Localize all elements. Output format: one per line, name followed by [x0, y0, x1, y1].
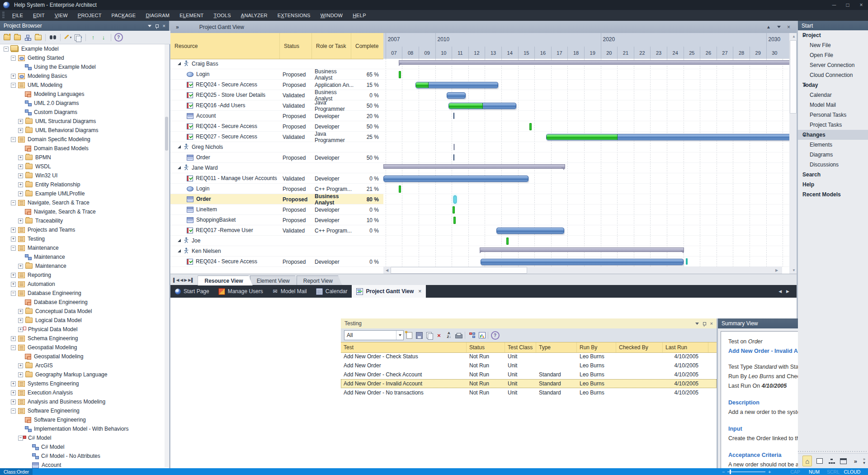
edit-menu-icon[interactable]: ▾	[63, 33, 72, 42]
collapsed-arrow-icon[interactable]: ▷	[802, 183, 807, 187]
task-bar[interactable]	[481, 259, 684, 265]
start-item-cloud-connection[interactable]: Cloud Connection	[798, 70, 868, 80]
collapsed-arrow-icon[interactable]: ▷	[802, 193, 807, 197]
start-item-discussions[interactable]: Discussions	[798, 160, 868, 170]
menu-help[interactable]: HELP	[348, 10, 371, 21]
tree-item[interactable]: +Modeling Basics	[0, 71, 169, 81]
test-row[interactable]: Add New Order - Invalid AccountNot RunUn…	[341, 379, 717, 388]
expand-icon[interactable]: +	[18, 155, 23, 160]
tree-item[interactable]: +Traceability	[0, 216, 169, 225]
home-button[interactable]: ⌂	[802, 456, 812, 466]
expand-icon[interactable]: +	[11, 390, 16, 395]
tree-item[interactable]: UML 2.0 Diagrams	[0, 99, 169, 108]
start-item-diagrams[interactable]: Diagrams	[798, 150, 868, 160]
test-column-last-run[interactable]: Last Run	[663, 342, 708, 352]
start-item-elements[interactable]: Elements	[798, 140, 868, 150]
collapse-icon[interactable]: −	[11, 56, 16, 61]
tree-item[interactable]: +Analysis and Business Modeling	[0, 397, 169, 406]
sort-icon[interactable]: AZ↓	[444, 331, 453, 340]
tree-item[interactable]: Modeling Languages	[0, 90, 169, 99]
milestone-mark-green[interactable]	[399, 185, 401, 193]
collapse-icon[interactable]: −	[18, 436, 23, 441]
column-header-status[interactable]: Status	[279, 33, 311, 59]
gantt-row[interactable]: REQ024 - Secure AccessProposedDeveloper0…	[170, 256, 383, 267]
tree-item[interactable]: Maintenance	[0, 252, 169, 261]
minimize-button[interactable]: ─	[827, 0, 841, 10]
panel-menu-icon[interactable]	[148, 25, 151, 27]
gantt-row[interactable]: REQ027 - Secure AccessValidatedJava Prog…	[170, 132, 383, 142]
tree-item[interactable]: +Win32 UI	[0, 171, 169, 180]
milestone-mark-navy[interactable]	[453, 154, 454, 161]
tree-item[interactable]: +UML Structural Diagrams	[0, 117, 169, 126]
expanded-arrow-icon[interactable]	[802, 34, 807, 37]
doc-tab-calendar[interactable]: Calendar	[311, 285, 352, 298]
collapse-icon[interactable]: −	[11, 83, 16, 88]
report-icon[interactable]	[477, 331, 486, 340]
find-in-browser-icon[interactable]	[48, 33, 57, 42]
windows-button[interactable]	[815, 456, 824, 466]
expand-icon[interactable]: +	[18, 264, 23, 269]
expand-icon[interactable]: +	[18, 318, 23, 323]
tree-item[interactable]: Custom Diagrams	[0, 108, 169, 117]
tree-item[interactable]: +Execution Analysis	[0, 388, 169, 397]
tree-item[interactable]: +BPMN	[0, 153, 169, 162]
column-header-role-or-task[interactable]: Role or Task	[311, 33, 351, 59]
collapse-icon[interactable]: −	[11, 291, 16, 296]
test-column-test-class[interactable]: Test Class	[505, 342, 536, 352]
expand-icon[interactable]: +	[18, 173, 23, 178]
task-bar[interactable]	[448, 103, 516, 109]
test-column-test[interactable]: Test	[341, 342, 467, 352]
start-item-personal-tasks[interactable]: Personal Tasks	[798, 110, 868, 120]
view-tab-nav[interactable]: ▌◀◀ ▶▶▌	[170, 274, 198, 285]
expand-icon[interactable]: +	[18, 218, 23, 223]
summary-bar[interactable]	[399, 60, 789, 65]
tree-item[interactable]: −Maintenance	[0, 243, 169, 252]
column-header-complete[interactable]: Complete	[351, 33, 383, 59]
collapse-icon[interactable]: −	[11, 345, 16, 350]
group-expander-icon[interactable]	[178, 62, 181, 65]
tree-item[interactable]: −Getting Started	[0, 53, 169, 62]
group-expander-icon[interactable]	[178, 239, 181, 242]
collapse-icon[interactable]: −	[11, 408, 16, 413]
start-item-new-file[interactable]: New File	[798, 40, 868, 50]
expand-icon[interactable]: +	[18, 363, 23, 368]
delete-icon[interactable]: ×	[434, 331, 443, 340]
test-row[interactable]: Add New OrderNot RunUnitLeo Burns4/10/20…	[341, 361, 717, 370]
menu-diagram[interactable]: DIAGRAM	[141, 10, 175, 21]
expand-icon[interactable]: +	[11, 282, 16, 287]
gantt-row[interactable]: LoginProposedBusiness Analyst65 %	[170, 69, 383, 80]
start-item-server-connection[interactable]: Server Connection	[798, 60, 868, 70]
milestone-mark-green[interactable]	[506, 238, 509, 245]
gantt-row[interactable]: Joe	[170, 236, 383, 246]
tree-item[interactable]: −Domain Specific Modeling	[0, 135, 169, 144]
view-tab-report-view[interactable]: Report View	[297, 276, 342, 285]
new-test-icon[interactable]	[405, 331, 414, 340]
close-icon[interactable]: ×	[787, 24, 790, 30]
hierarchy-icon[interactable]	[467, 331, 476, 340]
expand-icon[interactable]: +	[18, 327, 23, 332]
print-icon[interactable]	[454, 331, 463, 340]
test-column-status[interactable]: Status	[467, 342, 505, 352]
collapse-icon[interactable]: −	[11, 246, 16, 251]
gantt-row[interactable]: Ken Nielsen	[170, 246, 383, 256]
tree-item[interactable]: +Reporting	[0, 271, 169, 280]
menu-window[interactable]: WINDOW	[316, 10, 348, 21]
save-icon[interactable]	[415, 331, 424, 340]
zoom-slider[interactable]	[727, 471, 765, 472]
milestone-mark-navy[interactable]	[453, 113, 454, 119]
collapsed-arrow-icon[interactable]: ▷	[802, 173, 807, 177]
pin-icon[interactable]	[703, 322, 706, 325]
expand-icon[interactable]: +	[11, 273, 16, 278]
view-tab-resource-view[interactable]: Resource View	[198, 276, 252, 285]
menu-view[interactable]: VIEW	[50, 10, 73, 21]
start-item-search[interactable]: ▷Search	[798, 170, 868, 180]
tree-item[interactable]: Navigate, Search & Trace	[0, 207, 169, 216]
expand-icon[interactable]: +	[11, 381, 16, 386]
gantt-row[interactable]: AccountProposedDeveloper20 %	[170, 111, 383, 121]
status-toggle-cap[interactable]: CAP	[786, 469, 805, 475]
tree-item[interactable]: +Geography Markup Language	[0, 370, 169, 379]
menu-extensions[interactable]: EXTENSIONS	[273, 10, 316, 21]
pin-icon[interactable]	[156, 24, 159, 28]
start-item-project[interactable]: Project	[798, 30, 868, 40]
new-package-icon[interactable]	[13, 33, 22, 42]
